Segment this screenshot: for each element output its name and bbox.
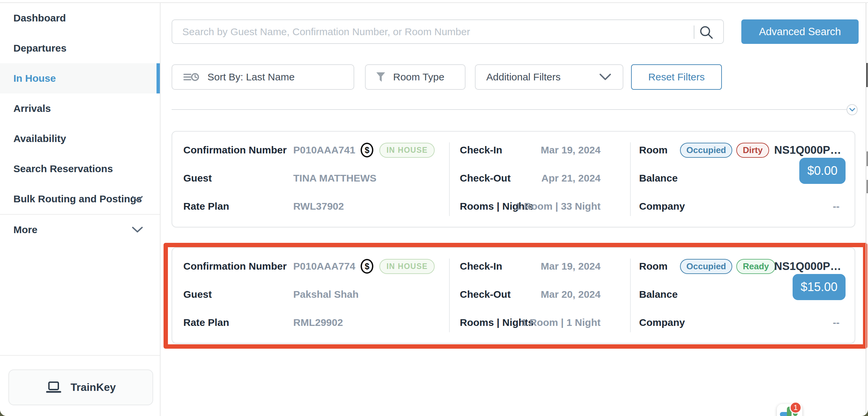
check-in-label: Check-In (460, 261, 502, 272)
folio-dollar-icon[interactable]: $ (361, 143, 373, 157)
scrollbar-fragment (866, 63, 868, 87)
company-label: Company (639, 317, 685, 328)
trainkey-label: TrainKey (70, 381, 116, 393)
guest-label: Guest (183, 172, 212, 184)
sidebar-item-label: Search Reservations (13, 163, 113, 174)
check-out-label: Check-Out (460, 172, 511, 184)
balance-label: Balance (639, 289, 678, 300)
room-label: Room (639, 261, 668, 272)
chevron-down-icon (132, 226, 143, 233)
sidebar-item-arrivals[interactable]: Arrivals (0, 93, 160, 124)
in-house-badge: IN HOUSE (379, 259, 435, 274)
confirmation-label: Confirmation Number (183, 145, 286, 156)
sidebar-item-label: Departures (13, 42, 66, 54)
company-value: -- (833, 201, 839, 212)
search-separator (694, 26, 694, 39)
reservation-card[interactable]: Confirmation Number P010AAA741 $ IN HOUS… (172, 131, 855, 227)
room-status-badge: Occupied (680, 259, 732, 274)
trainkey-button[interactable]: TrainKey (8, 370, 153, 405)
room-status-badge: Occupied (680, 143, 732, 158)
sidebar-item-label: Arrivals (13, 103, 51, 114)
confirmation-label: Confirmation Number (183, 261, 286, 272)
results-divider (172, 109, 847, 110)
sidebar-item-search-reservations[interactable]: Search Reservations (0, 154, 160, 184)
sidebar-item-availability[interactable]: Availability (0, 124, 160, 154)
check-in-date: Mar 19, 2024 (541, 261, 600, 272)
sidebar-item-label: More (13, 224, 37, 235)
chevron-down-icon (599, 73, 611, 81)
search-box (172, 20, 724, 44)
confirmation-number: P010AAA774 (293, 261, 355, 272)
rate-plan-label: Rate Plan (183, 201, 229, 212)
room-number: NS1Q000P… (774, 144, 841, 156)
app-window: Dashboard Departures In House Arrivals A… (0, 0, 868, 416)
rate-plan-value: RWL37902 (293, 201, 344, 212)
sort-icon (183, 72, 199, 83)
sidebar-item-bulk-routing[interactable]: Bulk Routing and Postings (0, 184, 160, 214)
additional-filters-dropdown[interactable]: Additional Filters (475, 64, 623, 90)
sidebar-item-label: In House (13, 73, 56, 84)
rate-plan-value: RML29902 (293, 317, 343, 328)
guest-name: TINA MATTHEWS (293, 172, 376, 184)
check-out-date: Apr 21, 2024 (541, 172, 600, 184)
check-out-date: Mar 20, 2024 (541, 289, 600, 300)
search-input[interactable] (182, 20, 685, 43)
chevron-down-icon (132, 196, 143, 202)
check-in-label: Check-In (460, 145, 502, 156)
sidebar-item-departures[interactable]: Departures (0, 33, 160, 63)
laptop-icon (45, 381, 62, 394)
sort-by-button[interactable]: Sort By: Last Name (172, 64, 354, 90)
sidebar-item-more[interactable]: More (0, 215, 160, 245)
filter-funnel-icon (376, 72, 386, 83)
additional-filters-label: Additional Filters (486, 71, 561, 83)
check-in-date: Mar 19, 2024 (541, 145, 600, 156)
sidebar-item-label: Availability (13, 133, 66, 145)
sidebar-item-dashboard[interactable]: Dashboard (0, 3, 160, 33)
balance-button[interactable]: $15.00 (793, 274, 845, 300)
company-label: Company (639, 201, 685, 212)
sidebar-item-in-house[interactable]: In House (0, 63, 160, 93)
housekeeping-status-badge: Dirty (736, 143, 769, 158)
rooms-nights-value: 1 Room | 1 Night (521, 317, 600, 328)
sort-by-label: Sort By: Last Name (208, 71, 294, 83)
search-icon[interactable] (699, 25, 714, 40)
company-value: -- (833, 317, 839, 328)
sidebar: Dashboard Departures In House Arrivals A… (0, 3, 160, 416)
balance-label: Balance (639, 172, 678, 184)
reset-filters-button[interactable]: Reset Filters (631, 64, 722, 90)
housekeeping-status-badge: Ready (736, 259, 775, 274)
edge-artifact (867, 151, 868, 166)
folio-dollar-icon[interactable]: $ (361, 259, 373, 274)
sidebar-footer-divider (0, 355, 160, 356)
room-type-label: Room Type (393, 71, 444, 83)
rate-plan-label: Rate Plan (183, 317, 229, 328)
advanced-search-button[interactable]: Advanced Search (741, 20, 859, 44)
rooms-nights-value: 1 Room | 33 Night (516, 201, 600, 212)
collapse-toggle[interactable] (846, 104, 858, 115)
guest-name: Pakshal Shah (293, 289, 359, 300)
room-number: NS1Q000P… (774, 260, 841, 273)
active-indicator (156, 63, 160, 93)
in-house-badge: IN HOUSE (379, 143, 435, 158)
notification-badge: 1 (789, 402, 802, 414)
reservation-card[interactable]: Confirmation Number P010AAA774 $ IN HOUS… (172, 247, 855, 344)
check-out-label: Check-Out (460, 289, 511, 300)
room-type-button[interactable]: Room Type (365, 64, 465, 90)
sidebar-item-label: Dashboard (13, 12, 66, 24)
confirmation-number: P010AAA741 (293, 145, 355, 156)
edge-artifact (867, 180, 868, 193)
room-label: Room (639, 145, 668, 156)
balance-button[interactable]: $0.00 (799, 158, 845, 184)
guest-label: Guest (183, 289, 212, 300)
sidebar-item-label: Bulk Routing and Postings (13, 193, 142, 205)
